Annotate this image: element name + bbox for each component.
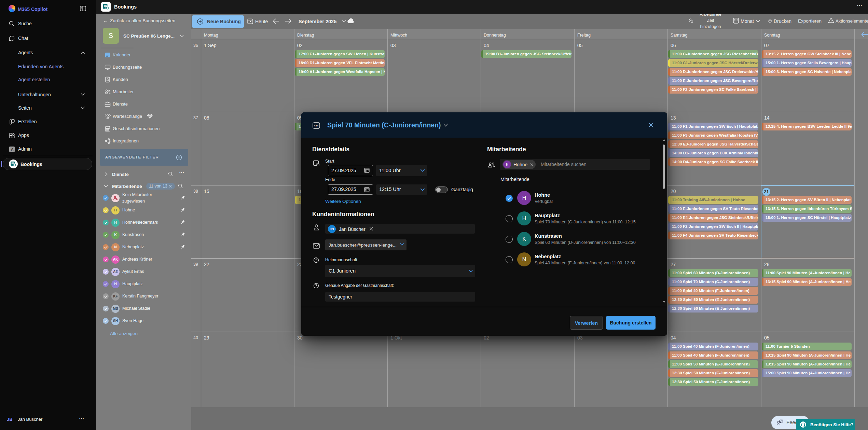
svg-text:1:1: 1:1 <box>314 124 319 128</box>
